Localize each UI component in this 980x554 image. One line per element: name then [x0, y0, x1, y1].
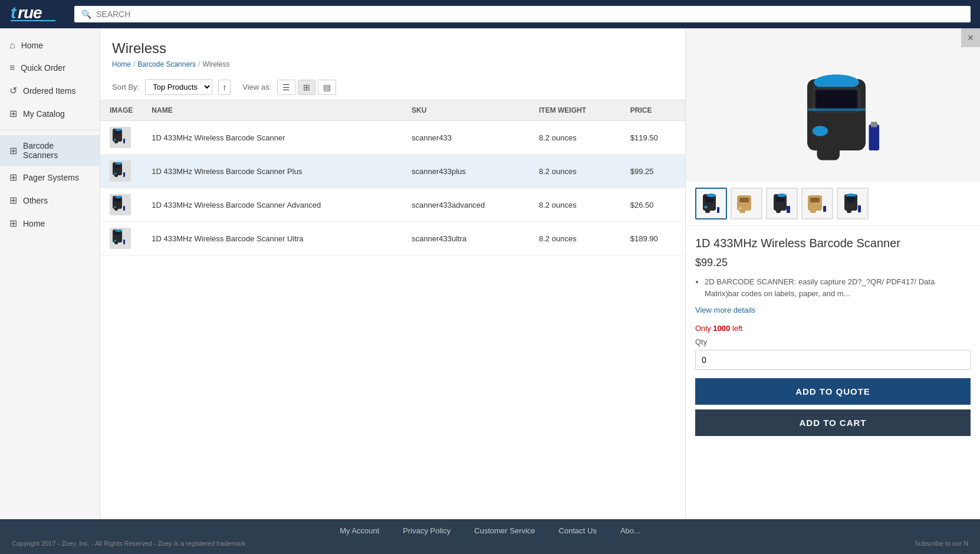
svg-point-12: [115, 162, 122, 165]
svg-rect-38: [705, 196, 713, 202]
product-main-svg: [768, 40, 898, 170]
sidebar-item-pager-systems[interactable]: ⊞ Pager Systems: [0, 166, 100, 189]
product-name: 1D 433MHz Wireless Barcode Scanner: [142, 121, 402, 155]
subscribe-text: Subscribe to our N: [915, 540, 968, 547]
svg-text:rue: rue: [18, 4, 42, 22]
svg-rect-26: [123, 240, 125, 244]
breadcrumb-barcode[interactable]: Barcode Scanners: [137, 60, 196, 68]
list-icon: ≡: [9, 63, 15, 73]
footer-customer-service[interactable]: Customer Service: [474, 526, 535, 535]
svg-rect-44: [739, 198, 749, 202]
others-icon: ⊞: [9, 195, 17, 206]
svg-rect-34: [869, 124, 879, 150]
svg-point-13: [114, 173, 116, 175]
product-price: $189.90: [621, 222, 685, 255]
view-list-button[interactable]: ☰: [277, 80, 295, 95]
footer-my-account[interactable]: My Account: [340, 526, 379, 535]
search-bar[interactable]: 🔍: [74, 6, 971, 22]
product-sku: scanner433: [402, 121, 530, 155]
footer-about[interactable]: Abo...: [620, 526, 640, 535]
search-icon: 🔍: [81, 9, 91, 19]
logo-text: t rue: [9, 2, 63, 27]
view-compact-button[interactable]: ▤: [318, 80, 336, 95]
breadcrumb: Home / Barcode Scanners / Wireless: [112, 60, 673, 68]
product-sku: scanner433advanced: [402, 188, 530, 222]
footer-copyright: Copyright 2017 - Zoey, Inc. - All Rights…: [12, 540, 968, 547]
sidebar-divider: [0, 130, 100, 130]
svg-rect-35: [870, 122, 877, 127]
footer: My Account Privacy Policy Customer Servi…: [0, 519, 980, 554]
table-row[interactable]: 1D 433MHz Wireless Barcode Scanner scann…: [100, 121, 685, 155]
product-thumbnail: [110, 194, 131, 215]
sort-label: Sort By:: [112, 83, 139, 91]
sidebar-item-my-catalog[interactable]: ⊞ My Catalog: [0, 102, 100, 125]
view-grid-button[interactable]: ⊞: [298, 80, 315, 95]
product-panel: ×: [685, 28, 980, 519]
svg-rect-33: [816, 91, 856, 109]
product-thumbnail: [110, 160, 131, 182]
product-name: 1D 433MHz Wireless Barcode Scanner Ultra: [142, 222, 402, 255]
thumbnail-1[interactable]: [695, 188, 727, 219]
sidebar-item-quick-order[interactable]: ≡ Quick Order: [0, 57, 100, 79]
product-name: 1D 433MHz Wireless Barcode Scanner Plus: [142, 155, 402, 188]
footer-links: My Account Privacy Policy Customer Servi…: [12, 526, 968, 535]
table-row[interactable]: 1D 433MHz Wireless Barcode Scanner Plus …: [100, 155, 685, 188]
panel-description: 2D BARCODE SCANNER: easily capture 2D?_?…: [695, 276, 971, 299]
svg-rect-42: [717, 207, 719, 213]
svg-rect-36: [807, 109, 866, 111]
stock-qty: 1000: [713, 324, 730, 333]
col-weight: ITEM WEIGHT: [530, 100, 621, 121]
svg-rect-60: [858, 205, 861, 212]
panel-body: 1D 433MHz Wireless Barcode Scanner $99.2…: [686, 226, 980, 445]
svg-rect-54: [810, 205, 816, 213]
add-to-quote-button[interactable]: ADD TO QUOTE: [695, 378, 971, 405]
sidebar-item-others[interactable]: ⊞ Others: [0, 189, 100, 212]
svg-rect-4: [114, 130, 120, 135]
sidebar-item-home-bottom[interactable]: ⊞ Home: [0, 212, 100, 235]
breadcrumb-home[interactable]: Home: [112, 60, 131, 68]
product-thumbnail: [110, 228, 131, 249]
footer-privacy-policy[interactable]: Privacy Policy: [403, 526, 450, 535]
close-panel-button[interactable]: ×: [961, 28, 980, 47]
svg-rect-20: [123, 206, 125, 211]
view-label: View as:: [242, 83, 271, 91]
sort-direction-button[interactable]: ↑: [218, 80, 231, 95]
product-weight: 8.2 ounces: [530, 155, 621, 188]
svg-rect-55: [823, 206, 826, 212]
table-header-row: IMAGE NAME SKU ITEM WEIGHT PRICE: [100, 100, 685, 121]
search-input[interactable]: [96, 9, 963, 19]
svg-point-6: [115, 129, 122, 131]
view-buttons: ☰ ⊞ ▤: [277, 80, 336, 95]
svg-rect-49: [776, 204, 781, 213]
col-price: PRICE: [621, 100, 685, 121]
svg-rect-14: [123, 172, 125, 177]
sidebar-item-ordered-items[interactable]: ↺ Ordered Items: [0, 79, 100, 102]
thumbnail-2[interactable]: [731, 188, 762, 219]
sidebar-item-home-top[interactable]: ⌂ Home: [0, 34, 100, 57]
header: t rue 🔍: [0, 0, 980, 28]
svg-rect-10: [114, 164, 120, 168]
add-to-cart-button[interactable]: ADD TO CART: [695, 409, 971, 436]
thumbnail-5[interactable]: [837, 188, 869, 219]
svg-point-41: [706, 194, 716, 197]
svg-rect-16: [114, 198, 120, 202]
table-row[interactable]: 1D 433MHz Wireless Barcode Scanner Advan…: [100, 188, 685, 222]
panel-main-image: [686, 28, 980, 182]
table-row[interactable]: 1D 433MHz Wireless Barcode Scanner Ultra…: [100, 222, 685, 255]
product-weight: 8.2 ounces: [530, 121, 621, 155]
qty-input[interactable]: [695, 350, 971, 370]
svg-point-50: [777, 194, 787, 197]
sidebar-item-barcode-scanners[interactable]: ⊞ Barcode Scanners: [0, 135, 100, 166]
stock-info: Only 1000 left: [695, 324, 971, 333]
svg-point-19: [114, 206, 116, 208]
thumbnail-3[interactable]: [766, 188, 798, 219]
home2-icon: ⊞: [9, 218, 17, 229]
product-thumbnail: [110, 127, 131, 148]
col-sku: SKU: [402, 100, 530, 121]
svg-rect-51: [787, 206, 790, 213]
thumbnail-4[interactable]: [801, 188, 833, 219]
view-more-link[interactable]: View more details: [695, 306, 755, 314]
footer-contact-us[interactable]: Contact Us: [559, 526, 597, 535]
sort-select[interactable]: Top ProductsNamePriceSKU: [145, 79, 212, 95]
svg-point-25: [114, 240, 116, 242]
